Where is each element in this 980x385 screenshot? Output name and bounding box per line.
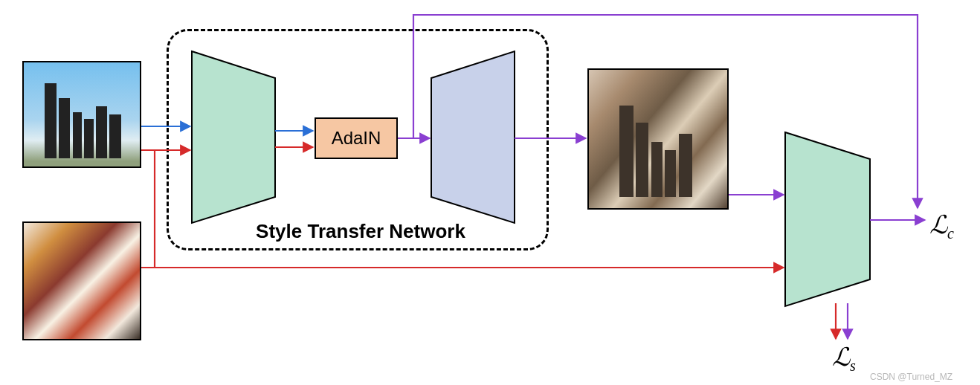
decoder-label: Decoder xyxy=(465,95,484,184)
vgg-encoder-2-label: VGG Encoder xyxy=(806,184,845,274)
style-input-image xyxy=(22,221,141,340)
stylized-output-image xyxy=(587,68,729,210)
style-loss-label: ℒs xyxy=(832,342,856,375)
adain-label: AdaIN xyxy=(332,128,381,149)
content-loss-label: ℒc xyxy=(929,210,954,242)
content-input-image xyxy=(22,61,141,168)
style-transfer-network-caption: Style Transfer Network xyxy=(242,220,480,243)
adain-block: AdaIN xyxy=(315,117,398,159)
watermark: CSDN @Turned_MZ xyxy=(870,372,952,382)
vgg-encoder-1-label: VGG Encoder xyxy=(211,103,251,192)
